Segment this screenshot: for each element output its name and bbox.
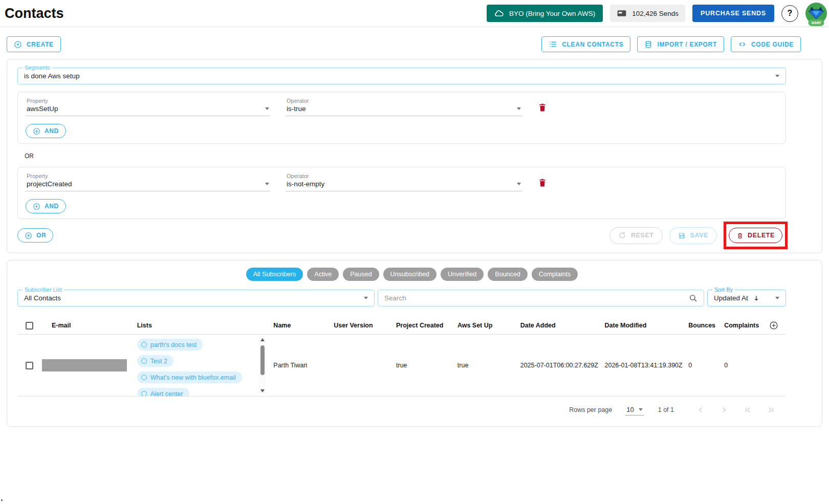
sort-by-value: Updated At <box>714 294 748 302</box>
circle-icon <box>141 358 147 364</box>
cell-project-created: true <box>394 335 455 396</box>
clean-contacts-button[interactable]: CLEAN CONTACTS <box>541 36 630 52</box>
col-lists[interactable]: Lists <box>137 322 271 329</box>
sort-descending-icon[interactable] <box>753 295 760 302</box>
table-header-row: E-mail Lists Name User Version Project C… <box>17 317 786 334</box>
help-button[interactable]: ? <box>781 5 798 22</box>
operator-select-1[interactable]: Operator is-true <box>286 97 522 116</box>
delete-condition-button-2[interactable] <box>537 177 548 188</box>
select-all-checkbox[interactable] <box>26 322 33 330</box>
rows-per-page-label: Rows per page <box>569 406 612 413</box>
purchase-sends-button[interactable]: PURCHASE SENDS <box>692 5 774 22</box>
credit-card-icon <box>617 8 627 18</box>
property-select-1[interactable]: Property awsSetUp <box>26 97 270 116</box>
property-select-2[interactable]: Property projectCreated <box>26 172 270 191</box>
save-icon <box>678 232 686 239</box>
table-row[interactable]: parth's docs test Test 2 What's new with… <box>17 334 786 397</box>
circle-icon <box>141 342 147 347</box>
toolbar-right: CLEAN CONTACTS IMPORT / EXPORT CODE GUID… <box>541 36 801 52</box>
tab-complaints[interactable]: Complaints <box>532 268 578 281</box>
add-and-condition-button-2[interactable]: AND <box>26 199 66 213</box>
status-tabs: All Subscribers Active Paused Unsubscrib… <box>17 268 786 281</box>
operator-value: is-true <box>287 105 306 113</box>
code-guide-button[interactable]: CODE GUIDE <box>731 36 801 52</box>
create-button[interactable]: CREATE <box>7 36 61 52</box>
subscribers-card: All Subscribers Active Paused Unsubscrib… <box>7 260 822 427</box>
segment-actions-row: OR RESET SAVE DELETE <box>17 227 786 244</box>
last-page-button[interactable] <box>767 406 775 414</box>
operator-select-2[interactable]: Operator is-not-empty <box>286 172 522 191</box>
tab-all-subscribers[interactable]: All Subscribers <box>246 268 303 281</box>
search-icon[interactable] <box>689 294 697 302</box>
reset-button[interactable]: RESET <box>609 227 663 244</box>
col-date-added[interactable]: Date Added <box>517 322 602 329</box>
delete-segment-button[interactable]: DELETE <box>729 228 782 243</box>
col-email[interactable]: E-mail <box>35 322 137 329</box>
scrollbar-thumb[interactable] <box>260 345 265 375</box>
trash-icon <box>736 232 744 239</box>
filter-group-2: Property projectCreated Operator is-not-… <box>17 167 786 219</box>
tab-active[interactable]: Active <box>307 268 339 281</box>
segments-select[interactable]: Segments is done Aws setup <box>17 68 786 84</box>
next-page-button[interactable] <box>720 406 728 414</box>
tab-unsubscribed[interactable]: Unsubscribed <box>383 268 437 281</box>
col-bounces[interactable]: Bounces <box>686 322 722 329</box>
chevron-down-icon <box>639 408 643 411</box>
cell-name: Parth Tiwari <box>271 335 331 396</box>
add-or-group-button[interactable]: OR <box>17 228 53 243</box>
col-aws-set-up[interactable]: Aws Set Up <box>455 322 517 329</box>
add-and-condition-button-1[interactable]: AND <box>26 124 66 138</box>
delete-condition-button-1[interactable] <box>537 102 548 113</box>
list-controls-row: Subscriber List All Contacts Sort By Upd… <box>17 290 786 306</box>
trash-icon <box>537 102 548 113</box>
red-annotation-highlight: DELETE <box>724 222 788 249</box>
sends-count-label: 102,426 Sends <box>632 10 679 17</box>
tab-unverified[interactable]: Unverified <box>441 268 484 281</box>
row-checkbox[interactable] <box>26 362 33 369</box>
col-name[interactable]: Name <box>271 322 331 329</box>
refresh-icon <box>618 231 626 239</box>
plus-circle-icon <box>14 40 22 49</box>
property-value: projectCreated <box>27 180 72 188</box>
avatar-user-badge: user <box>808 19 824 26</box>
page-title: Contacts <box>5 6 64 21</box>
cell-date-modified: 2026-01-08T13:41:19.390Z <box>601 335 686 396</box>
cell-complaints: 0 <box>722 335 767 396</box>
lists-cell: parth's docs test Test 2 What's new with… <box>137 335 271 396</box>
list-chip[interactable]: What's new with bluefox.email <box>137 371 242 383</box>
user-avatar[interactable]: user <box>805 3 827 24</box>
sort-by-select[interactable]: Sort By Updated At <box>707 290 786 306</box>
list-chip[interactable]: Test 2 <box>137 355 173 367</box>
search-input[interactable] <box>384 294 685 302</box>
previous-page-button[interactable] <box>696 406 705 414</box>
col-complaints[interactable]: Complaints <box>722 322 767 329</box>
list-chip[interactable]: Alert center <box>137 388 189 397</box>
or-divider-label: OR <box>25 152 786 160</box>
list-chip[interactable]: parth's docs test <box>137 339 203 350</box>
trash-icon <box>537 177 548 188</box>
byo-aws-button[interactable]: BYO (Bring Your Own AWS) <box>487 5 603 22</box>
chevron-down-icon <box>517 107 521 110</box>
subscriber-list-label: Subscriber List <box>23 287 64 293</box>
save-button[interactable]: SAVE <box>669 227 717 244</box>
tab-paused[interactable]: Paused <box>343 268 379 281</box>
tab-bounced[interactable]: Bounced <box>488 268 527 281</box>
col-user-version[interactable]: User Version <box>331 322 394 329</box>
col-date-modified[interactable]: Date Modified <box>601 322 686 329</box>
first-page-button[interactable] <box>744 406 752 414</box>
col-project-created[interactable]: Project Created <box>394 322 455 329</box>
operator-label: Operator <box>287 98 521 104</box>
cloud-icon <box>494 9 504 18</box>
import-export-button[interactable]: IMPORT / EXPORT <box>637 36 724 52</box>
page-info: 1 of 1 <box>658 406 674 413</box>
scroll-up-icon[interactable] <box>260 338 265 341</box>
property-label: Property <box>27 98 269 104</box>
subscriber-list-select[interactable]: Subscriber List All Contacts <box>17 290 375 306</box>
sends-counter[interactable]: 102,426 Sends <box>610 5 685 22</box>
scroll-down-icon[interactable] <box>260 389 265 392</box>
add-column-button[interactable] <box>769 321 778 330</box>
chevron-down-icon <box>775 75 779 77</box>
lists-scrollbar[interactable] <box>259 337 266 394</box>
rows-per-page-select[interactable]: 10 <box>625 405 643 415</box>
filter-group-1: Property awsSetUp Operator is-true AND <box>17 92 786 144</box>
